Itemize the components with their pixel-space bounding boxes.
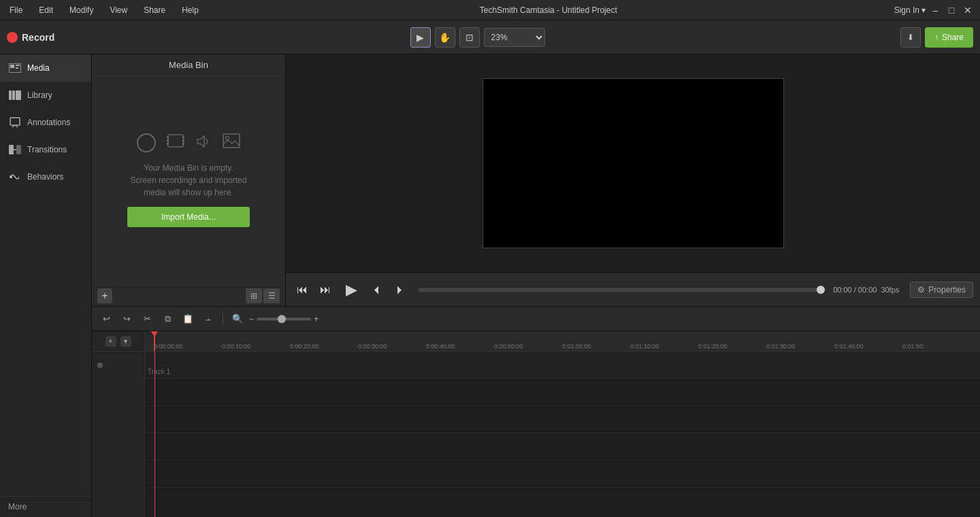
timeline-ruler-and-tracks: 0:00:00;00 0:00:10;00 0:00:20;00 0:00:30… — [145, 331, 980, 517]
grid-view-button[interactable]: ⊞ — [246, 288, 262, 303]
sidebar-item-annotations[interactable]: Annotations — [0, 109, 91, 136]
player-controls: ⏮ ⏭ ▶ ⏴ ⏵ 00:00 / 00:00 30fps ⚙ P — [286, 272, 980, 306]
timeline-toolbar: ↩ ↪ ✂ ⧉ 📋 ⫠ 🔍 − + — [92, 307, 980, 331]
menu-modify[interactable]: Modify — [65, 4, 97, 16]
select-tool-button[interactable]: ▶ — [410, 27, 431, 48]
timeline-zoom-slider[interactable] — [257, 318, 311, 320]
sidebar: Media Library Annotations Transitions Be… — [0, 54, 92, 517]
prev-marker-button[interactable]: ⏴ — [368, 280, 387, 299]
sidebar-item-behaviors[interactable]: Behaviors — [0, 163, 91, 190]
time-110: 0:01:10;00 — [630, 343, 659, 350]
menu-share[interactable]: Share — [140, 4, 169, 16]
window-title: TechSmith Camtasia - Untitled Project — [203, 5, 894, 15]
svg-rect-2 — [16, 65, 20, 66]
playback-progress[interactable] — [418, 288, 825, 292]
time-display: 00:00 / 00:00 — [833, 286, 877, 294]
properties-button[interactable]: ⚙ Properties — [910, 282, 973, 298]
sidebar-media-label: Media — [27, 63, 50, 73]
main-area: Media Library Annotations Transitions Be… — [0, 54, 980, 517]
svg-rect-8 — [9, 145, 14, 154]
sidebar-item-library[interactable]: Library — [0, 82, 91, 109]
time-100: 0:01:00;00 — [562, 343, 591, 350]
share-button[interactable]: ↑ Share — [925, 27, 973, 48]
record-label: Record — [22, 32, 54, 43]
maximize-button[interactable]: □ — [945, 3, 958, 17]
upper-area: Media Bin — [92, 54, 980, 306]
timeline-tracks-body: Track 1 — [145, 352, 980, 517]
frame-back-button[interactable]: ⏭ — [316, 280, 335, 299]
next-marker-button[interactable]: ⏵ — [391, 280, 410, 299]
menu-help[interactable]: Help — [178, 4, 203, 16]
svg-rect-16 — [182, 139, 184, 141]
list-view-button[interactable]: ☰ — [263, 288, 280, 303]
track-1-label — [92, 352, 144, 379]
svg-rect-7 — [10, 118, 20, 125]
media-bin-footer: + ⊞ ☰ — [92, 284, 285, 306]
track-expand-button[interactable]: ▾ — [120, 336, 131, 347]
properties-label: Properties — [928, 285, 966, 295]
annotations-icon — [8, 116, 22, 129]
media-type-icons — [137, 133, 240, 154]
timeline-content: + ▾ 0:00:00;00 0 — [92, 331, 980, 517]
menu-view[interactable]: View — [105, 4, 131, 16]
menu-bar: File Edit Modify View Share Help — [5, 4, 203, 16]
record-dot — [7, 32, 18, 43]
library-icon — [8, 88, 22, 102]
time-150: 0:01:50; — [902, 343, 925, 350]
svg-rect-1 — [10, 65, 14, 68]
empty-track-row-4 — [145, 461, 980, 488]
time-10: 0:00:10;00 — [222, 343, 251, 350]
cut-button[interactable]: ✂ — [138, 311, 156, 327]
copy-button[interactable]: ⧉ — [159, 311, 176, 327]
zoom-select[interactable]: 23% 50% 100% Fit — [484, 28, 545, 47]
media-empty-message: Your Media Bin is empty. Screen recordin… — [131, 162, 247, 199]
crop-tool-button[interactable]: ⊡ — [459, 27, 480, 48]
time-140: 0:01:40;00 — [834, 343, 864, 350]
menu-edit[interactable]: Edit — [35, 4, 57, 16]
media-bin-body: Your Media Bin is empty. Screen recordin… — [92, 76, 285, 284]
empty-track-row-3 — [145, 433, 980, 461]
record-type-icon — [137, 133, 156, 152]
svg-rect-17 — [182, 143, 184, 145]
add-track-button[interactable]: + — [105, 336, 116, 347]
sidebar-item-media[interactable]: Media — [0, 54, 91, 82]
import-media-button[interactable]: Import Media... — [127, 207, 250, 227]
pan-tool-button[interactable]: ✋ — [435, 27, 455, 48]
time-40: 0:00:40;00 — [426, 343, 455, 350]
time-30: 0:00:30;00 — [358, 343, 387, 350]
sidebar-item-transitions[interactable]: Transitions — [0, 136, 91, 163]
empty-track-row-2 — [145, 406, 980, 433]
progress-knob[interactable] — [817, 286, 825, 294]
gear-icon: ⚙ — [917, 285, 925, 295]
timeline-ruler[interactable]: 0:00:00;00 0:00:10;00 0:00:20;00 0:00:30… — [145, 331, 980, 352]
split-button[interactable]: ⫠ — [199, 311, 217, 327]
paste-button[interactable]: 📋 — [179, 311, 197, 327]
play-button[interactable]: ▶ — [339, 278, 363, 302]
fps-display: 30fps — [881, 286, 899, 294]
zoom-out-timeline[interactable]: 🔍 — [229, 311, 246, 327]
svg-point-19 — [226, 137, 229, 140]
time-20: 0:00:20;00 — [290, 343, 319, 350]
video-type-icon — [167, 133, 184, 154]
menu-file[interactable]: File — [5, 4, 27, 16]
timeline-zoom-wrap: − + — [249, 314, 318, 324]
more-button[interactable]: More — [0, 496, 91, 517]
svg-rect-13 — [167, 139, 169, 141]
add-media-button[interactable]: + — [97, 288, 112, 303]
transitions-icon — [8, 143, 22, 156]
svg-rect-14 — [167, 143, 169, 145]
redo-button[interactable]: ↪ — [118, 311, 135, 327]
track-1-row: Track 1 — [145, 352, 980, 379]
sign-in-button[interactable]: Sign In ▾ — [894, 5, 926, 15]
close-button[interactable]: ✕ — [961, 3, 975, 17]
track-1-name: Track 1 — [148, 368, 170, 376]
download-button[interactable]: ⬇ — [900, 27, 921, 48]
minimize-button[interactable]: ‒ — [928, 3, 942, 17]
step-back-button[interactable]: ⏮ — [293, 280, 312, 299]
view-toggle: ⊞ ☰ — [246, 288, 280, 303]
svg-rect-9 — [16, 145, 21, 154]
media-bin-header: Media Bin — [92, 54, 285, 76]
record-button[interactable]: Record — [7, 32, 54, 43]
undo-button[interactable]: ↩ — [97, 311, 115, 327]
svg-rect-10 — [10, 176, 12, 178]
